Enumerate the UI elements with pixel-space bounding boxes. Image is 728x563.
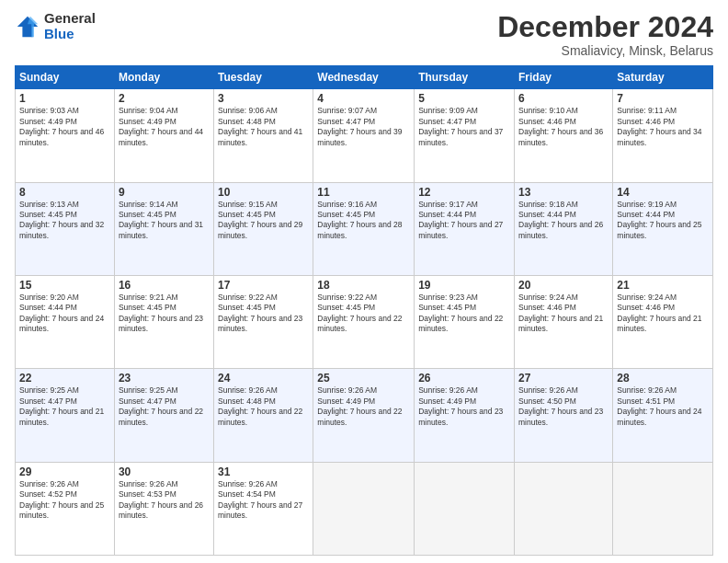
calendar-week-3: 15Sunrise: 9:20 AMSunset: 4:44 PMDayligh… [16, 275, 713, 368]
calendar-week-5: 29Sunrise: 9:26 AMSunset: 4:52 PMDayligh… [16, 462, 713, 555]
table-row: 12Sunrise: 9:17 AMSunset: 4:44 PMDayligh… [415, 182, 515, 275]
col-thursday: Thursday [415, 66, 515, 89]
table-row [515, 462, 613, 555]
col-wednesday: Wednesday [313, 66, 415, 89]
table-row: 26Sunrise: 9:26 AMSunset: 4:49 PMDayligh… [415, 369, 515, 462]
col-monday: Monday [114, 66, 213, 89]
table-row: 23Sunrise: 9:25 AMSunset: 4:47 PMDayligh… [114, 369, 213, 462]
table-row: 25Sunrise: 9:26 AMSunset: 4:49 PMDayligh… [313, 369, 415, 462]
table-row: 14Sunrise: 9:19 AMSunset: 4:44 PMDayligh… [613, 182, 713, 275]
table-row: 11Sunrise: 9:16 AMSunset: 4:45 PMDayligh… [313, 182, 415, 275]
table-row: 27Sunrise: 9:26 AMSunset: 4:50 PMDayligh… [515, 369, 613, 462]
title-block: December 2024 Smaliavicy, Minsk, Belarus [497, 11, 713, 58]
table-row: 28Sunrise: 9:26 AMSunset: 4:51 PMDayligh… [613, 369, 713, 462]
table-row: 4Sunrise: 9:07 AMSunset: 4:47 PMDaylight… [313, 89, 415, 182]
logo: General Blue [15, 11, 96, 41]
table-row [313, 462, 415, 555]
table-row: 3Sunrise: 9:06 AMSunset: 4:48 PMDaylight… [214, 89, 313, 182]
table-row: 6Sunrise: 9:10 AMSunset: 4:46 PMDaylight… [515, 89, 613, 182]
col-tuesday: Tuesday [214, 66, 313, 89]
table-row: 16Sunrise: 9:21 AMSunset: 4:45 PMDayligh… [114, 275, 213, 368]
header: General Blue December 2024 Smaliavicy, M… [15, 11, 713, 58]
table-row: 2Sunrise: 9:04 AMSunset: 4:49 PMDaylight… [114, 89, 213, 182]
table-row: 15Sunrise: 9:20 AMSunset: 4:44 PMDayligh… [16, 275, 115, 368]
table-row: 10Sunrise: 9:15 AMSunset: 4:45 PMDayligh… [214, 182, 313, 275]
logo-icon [15, 14, 40, 40]
logo-text: General Blue [44, 11, 96, 41]
table-row: 17Sunrise: 9:22 AMSunset: 4:45 PMDayligh… [214, 275, 313, 368]
table-row: 18Sunrise: 9:22 AMSunset: 4:45 PMDayligh… [313, 275, 415, 368]
table-row: 31Sunrise: 9:26 AMSunset: 4:54 PMDayligh… [214, 462, 313, 555]
table-row: 19Sunrise: 9:23 AMSunset: 4:45 PMDayligh… [415, 275, 515, 368]
location-subtitle: Smaliavicy, Minsk, Belarus [497, 43, 713, 58]
svg-marker-0 [17, 16, 38, 36]
table-row: 20Sunrise: 9:24 AMSunset: 4:46 PMDayligh… [515, 275, 613, 368]
table-row: 9Sunrise: 9:14 AMSunset: 4:45 PMDaylight… [114, 182, 213, 275]
table-row: 7Sunrise: 9:11 AMSunset: 4:46 PMDaylight… [613, 89, 713, 182]
month-title: December 2024 [497, 11, 713, 43]
table-row: 13Sunrise: 9:18 AMSunset: 4:44 PMDayligh… [515, 182, 613, 275]
col-friday: Friday [515, 66, 613, 89]
table-row: 5Sunrise: 9:09 AMSunset: 4:47 PMDaylight… [415, 89, 515, 182]
col-saturday: Saturday [613, 66, 713, 89]
calendar-week-4: 22Sunrise: 9:25 AMSunset: 4:47 PMDayligh… [16, 369, 713, 462]
calendar-week-1: 1Sunrise: 9:03 AMSunset: 4:49 PMDaylight… [16, 89, 713, 182]
table-row: 1Sunrise: 9:03 AMSunset: 4:49 PMDaylight… [16, 89, 115, 182]
table-row: 22Sunrise: 9:25 AMSunset: 4:47 PMDayligh… [16, 369, 115, 462]
calendar-week-2: 8Sunrise: 9:13 AMSunset: 4:45 PMDaylight… [16, 182, 713, 275]
table-row [613, 462, 713, 555]
page: General Blue December 2024 Smaliavicy, M… [0, 0, 728, 563]
table-row: 8Sunrise: 9:13 AMSunset: 4:45 PMDaylight… [16, 182, 115, 275]
table-row: 24Sunrise: 9:26 AMSunset: 4:48 PMDayligh… [214, 369, 313, 462]
table-row: 30Sunrise: 9:26 AMSunset: 4:53 PMDayligh… [114, 462, 213, 555]
col-sunday: Sunday [16, 66, 115, 89]
header-row: Sunday Monday Tuesday Wednesday Thursday… [16, 66, 713, 89]
calendar-table: Sunday Monday Tuesday Wednesday Thursday… [15, 65, 713, 556]
table-row: 21Sunrise: 9:24 AMSunset: 4:46 PMDayligh… [613, 275, 713, 368]
table-row [415, 462, 515, 555]
table-row: 29Sunrise: 9:26 AMSunset: 4:52 PMDayligh… [16, 462, 115, 555]
